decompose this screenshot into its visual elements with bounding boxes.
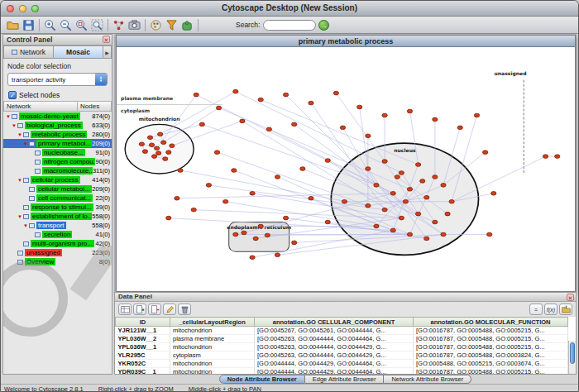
graph-node[interactable] [399, 216, 404, 220]
graph-node[interactable] [325, 159, 330, 163]
graph-node[interactable] [223, 199, 228, 203]
graph-node[interactable] [258, 98, 263, 102]
tree-row[interactable]: ▼metabolic process280(0) [3, 130, 112, 139]
expand-arrow-icon[interactable]: ▼ [17, 214, 23, 219]
tab-network-attribute-browser[interactable]: Network Attribute Browser [384, 375, 471, 384]
graph-node[interactable] [382, 160, 387, 164]
table-cell[interactable]: [GO:0044444, GO:0044429, GO:0044464, G..… [255, 360, 414, 368]
graph-node[interactable] [390, 228, 395, 232]
graph-node[interactable] [399, 171, 404, 175]
table-cell[interactable]: [GO:0044444, GO:0044429, GO:0044464, G..… [255, 368, 414, 375]
graph-node[interactable] [415, 212, 420, 216]
select-attributes-icon[interactable] [118, 304, 132, 315]
graph-node[interactable] [253, 237, 258, 241]
graph-node[interactable] [482, 151, 487, 155]
graph-node[interactable] [265, 233, 270, 237]
table-cell[interactable]: YLR295C [116, 351, 170, 360]
graph-node[interactable] [491, 192, 496, 196]
graph-node[interactable] [424, 237, 429, 241]
graph-node[interactable] [487, 232, 492, 237]
tree-row[interactable]: ▼establishment of lo...558(0) [3, 212, 112, 221]
tree-row[interactable]: unassigned223(0) [3, 248, 112, 257]
network-frame-title[interactable]: primary metabolic process [117, 36, 575, 47]
table-cell[interactable]: mitochondrion [170, 368, 255, 375]
table-cell[interactable]: [GO:0045263, GO:0044444, GO:0044464, G..… [255, 335, 414, 343]
graph-node[interactable] [420, 179, 425, 184]
zoom-fit-icon[interactable] [89, 17, 105, 32]
network-overview-icon[interactable] [111, 17, 127, 32]
table-cell[interactable]: YDR039C__1 [116, 368, 170, 375]
graph-node[interactable] [233, 89, 238, 93]
graph-node[interactable] [424, 195, 429, 199]
filter-icon[interactable] [164, 17, 179, 32]
network-column-header[interactable]: Network [3, 101, 78, 112]
graph-edge[interactable] [202, 124, 376, 185]
close-window-button[interactable] [7, 5, 14, 12]
table-cell[interactable]: [GO:0005488, GO:0005215, GO:0003674, G..… [414, 360, 568, 368]
graph-node[interactable] [441, 184, 446, 188]
graph-node[interactable] [283, 216, 288, 220]
graph-node[interactable] [232, 169, 237, 173]
graph-node[interactable] [374, 184, 379, 188]
table-cell[interactable]: cytoplasm [170, 351, 255, 360]
graph-node[interactable] [366, 203, 371, 208]
column-header[interactable]: annotation.GO CELLULAR_COMPONENT [255, 318, 414, 327]
tree-row[interactable]: secretion41(0) [3, 230, 112, 239]
graph-node[interactable] [555, 155, 560, 159]
zoom-out-icon[interactable] [58, 17, 74, 32]
graph-node[interactable] [194, 93, 199, 97]
graph-node[interactable] [191, 208, 196, 212]
table-row[interactable]: YDR039C__1mitochondrion[GO:0044444, GO:0… [116, 368, 568, 375]
graph-node[interactable] [433, 117, 438, 122]
zoom-window-button[interactable] [31, 5, 39, 12]
scrollbar-thumb[interactable] [570, 342, 575, 364]
tree-row[interactable]: ▼cellular process414(0) [3, 175, 112, 184]
tree-row[interactable]: macromolecule...311(0) [3, 166, 112, 175]
graph-edge[interactable] [196, 95, 393, 194]
network-canvas-svg[interactable]: mitochondrionnucleusendoplasmic reticulu… [117, 47, 575, 291]
graph-node[interactable] [325, 220, 330, 224]
tree-row[interactable]: cell communicat...22(0) [3, 194, 112, 203]
graph-node[interactable] [309, 196, 313, 200]
snapshot-icon[interactable] [127, 17, 142, 32]
graph-node[interactable] [342, 199, 347, 203]
graph-node[interactable] [449, 199, 454, 203]
graph-node[interactable] [178, 169, 183, 173]
graph-node[interactable] [340, 126, 345, 130]
graph-node[interactable] [292, 122, 297, 127]
graph-node[interactable] [139, 142, 144, 146]
graph-node[interactable] [407, 109, 412, 113]
table-cell[interactable]: [GO:0016787, GO:0005488, GO:0005215, G..… [414, 343, 568, 351]
graph-node[interactable] [275, 175, 280, 179]
graph-node[interactable] [233, 232, 238, 237]
tree-row[interactable]: ▼mosaic-demo-yeast874(0) [3, 112, 112, 121]
tree-row[interactable]: ▼transport558(0) [3, 221, 112, 230]
table-row[interactable]: YKR052Cmitochondrion[GO:0044444, GO:0044… [116, 360, 568, 368]
graph-node[interactable] [457, 126, 462, 130]
graph-node[interactable] [433, 175, 438, 179]
graph-node[interactable] [142, 150, 147, 154]
open-session-icon[interactable] [5, 17, 21, 32]
column-header[interactable]: ID [116, 318, 170, 327]
table-cell[interactable]: plasma membrane [170, 335, 255, 343]
table-cell[interactable]: YPL036W__2 [116, 335, 170, 343]
minimize-window-button[interactable] [19, 5, 26, 12]
nodes-column-header[interactable]: Nodes [78, 101, 112, 112]
tab-node-attribute-browser[interactable]: Node Attribute Browser [219, 375, 305, 384]
table-row[interactable]: YPL036W__2plasma membrane[GO:0045263, GO… [116, 335, 568, 343]
graph-node[interactable] [147, 136, 152, 140]
graph-node[interactable] [151, 155, 156, 159]
graph-node[interactable] [390, 192, 395, 196]
expand-arrow-icon[interactable]: ▼ [22, 223, 29, 228]
graph-node[interactable] [149, 143, 154, 147]
graph-node[interactable] [214, 151, 219, 155]
expand-arrow-icon[interactable]: ▼ [17, 132, 23, 137]
table-cell[interactable]: mitochondrion [170, 343, 255, 351]
tree-row[interactable]: response to stimul...39(0) [3, 203, 112, 212]
column-header[interactable]: annotation.GO MOLECULAR_FUNCTION [414, 318, 568, 327]
expand-arrow-icon[interactable]: ▼ [22, 141, 29, 146]
select-nodes-checkbox[interactable]: ✓ [8, 91, 17, 99]
expand-arrow-icon[interactable]: ▼ [11, 123, 17, 128]
graph-node[interactable] [366, 167, 371, 171]
network-canvas[interactable]: mitochondrionnucleusendoplasmic reticulu… [117, 47, 575, 291]
